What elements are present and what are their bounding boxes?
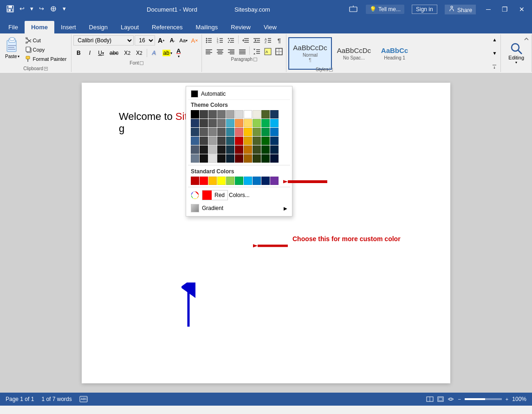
color-swatch[interactable]	[191, 128, 199, 136]
color-swatch[interactable]	[235, 145, 243, 154]
color-swatch[interactable]	[253, 137, 261, 145]
color-swatch[interactable]	[208, 145, 217, 154]
standard-color-swatch[interactable]	[208, 177, 217, 185]
color-swatch[interactable]	[226, 128, 234, 136]
color-swatch[interactable]	[235, 110, 243, 118]
color-swatch[interactable]	[235, 128, 243, 136]
color-swatch[interactable]	[208, 128, 217, 136]
color-swatch[interactable]	[191, 110, 199, 118]
color-swatch[interactable]	[191, 137, 199, 145]
multilevel-list-button[interactable]	[226, 35, 236, 46]
color-swatch[interactable]	[244, 145, 252, 154]
superscript-button[interactable]: X2	[134, 48, 145, 58]
color-swatch[interactable]	[200, 119, 208, 127]
align-right-button[interactable]	[226, 46, 236, 57]
style-heading1[interactable]: AaBbCc Heading 1	[376, 37, 413, 70]
decrease-indent-button[interactable]	[240, 35, 251, 46]
standard-color-swatch[interactable]	[200, 177, 208, 185]
show-formatting-button[interactable]: ¶	[274, 35, 284, 46]
color-swatch[interactable]	[226, 145, 234, 154]
subscript-button[interactable]: X2	[122, 48, 133, 58]
zoom-out-button[interactable]: −	[458, 396, 461, 402]
color-swatch[interactable]	[191, 119, 199, 127]
justify-button[interactable]	[237, 46, 247, 57]
tab-references[interactable]: References	[145, 21, 189, 33]
print-view-icon[interactable]	[437, 396, 444, 402]
tab-layout[interactable]: Layout	[114, 21, 145, 33]
color-swatch[interactable]	[244, 154, 252, 163]
color-swatch[interactable]	[261, 137, 270, 145]
standard-color-swatch[interactable]	[253, 177, 261, 185]
numbered-list-button[interactable]: 1.2.3.	[215, 35, 225, 46]
color-swatch[interactable]	[226, 110, 234, 118]
decrease-font-button[interactable]: A-	[167, 35, 177, 46]
color-swatch[interactable]	[217, 154, 226, 163]
read-view-icon[interactable]	[426, 396, 434, 402]
color-swatch[interactable]	[191, 145, 199, 154]
color-picker-dropdown[interactable]: Automatic Theme Colors	[186, 86, 292, 217]
web-view-icon[interactable]	[448, 396, 454, 402]
color-swatch[interactable]	[208, 119, 217, 127]
text-effects-button[interactable]: A	[149, 48, 159, 58]
color-swatch[interactable]	[191, 154, 199, 163]
font-name-select[interactable]: Calibri (Body)	[73, 35, 134, 46]
color-swatch[interactable]	[217, 145, 226, 154]
tab-view[interactable]: View	[257, 21, 283, 33]
undo-button[interactable]: ↩	[18, 4, 26, 15]
more-quick-access[interactable]: ▾	[61, 4, 68, 15]
color-swatch[interactable]	[270, 128, 279, 136]
color-swatch[interactable]	[217, 110, 226, 118]
clipboard-dialog-icon[interactable]	[44, 67, 48, 71]
standard-color-swatch[interactable]	[270, 177, 279, 185]
sort-button[interactable]: AZ	[263, 35, 273, 46]
color-swatch[interactable]	[235, 137, 243, 145]
color-swatch[interactable]	[253, 128, 261, 136]
color-swatch[interactable]	[200, 145, 208, 154]
zoom-in-button[interactable]: +	[506, 396, 508, 402]
color-swatch[interactable]	[253, 145, 261, 154]
tab-home[interactable]: Home	[25, 21, 54, 33]
color-swatch[interactable]	[253, 119, 261, 127]
style-no-spacing[interactable]: AaBbCcDc No Spac...	[333, 37, 375, 70]
cut-button[interactable]: Cut	[24, 36, 69, 45]
editing-dropdown[interactable]: ▾	[515, 60, 517, 65]
share-button[interactable]: Share	[445, 5, 476, 14]
paste-button[interactable]: Paste ▾	[2, 35, 23, 66]
color-swatch[interactable]	[244, 119, 252, 127]
color-swatch[interactable]	[217, 128, 226, 136]
color-swatch[interactable]	[235, 119, 243, 127]
gradient-option[interactable]: Gradient ▶	[188, 202, 290, 214]
color-swatch[interactable]	[253, 154, 261, 163]
underline-button[interactable]: U▾	[96, 48, 106, 58]
tab-insert[interactable]: Insert	[54, 21, 83, 33]
color-swatch[interactable]	[270, 145, 279, 154]
style-normal[interactable]: AaBbCcDc Normal ¶	[288, 37, 331, 70]
minimize-button[interactable]: ─	[483, 5, 493, 14]
shading-button[interactable]: A	[263, 46, 273, 57]
undo-dropdown[interactable]: ▾	[28, 4, 35, 15]
bold-button[interactable]: B	[73, 48, 84, 58]
text-highlight-button[interactable]: ab ▾	[160, 48, 175, 58]
format-painter-button[interactable]: Format Painter	[24, 55, 69, 63]
tab-file[interactable]: File	[2, 21, 25, 33]
color-swatch[interactable]	[208, 137, 217, 145]
styles-scroll-down[interactable]: ▼	[491, 50, 498, 57]
color-swatch[interactable]	[270, 137, 279, 145]
styles-dialog-icon[interactable]	[329, 68, 333, 72]
color-swatch[interactable]	[217, 137, 226, 145]
color-swatch[interactable]	[261, 145, 270, 154]
color-swatch[interactable]	[208, 110, 217, 118]
font-color-button[interactable]: A ▾	[175, 46, 182, 59]
zoom-slider[interactable]	[465, 398, 502, 400]
redo-button[interactable]: ↪	[37, 4, 46, 15]
change-case-button[interactable]: Aa▾	[178, 35, 188, 46]
color-swatch[interactable]	[244, 137, 252, 145]
borders-button[interactable]	[274, 46, 284, 57]
copy-button[interactable]: Copy	[24, 46, 69, 54]
strikethrough-button[interactable]: abc	[107, 48, 121, 58]
ribbon-collapse-button[interactable]	[523, 35, 530, 44]
standard-color-swatch[interactable]	[235, 177, 243, 185]
color-swatch[interactable]	[270, 110, 279, 118]
increase-indent-button[interactable]	[252, 35, 262, 46]
color-swatch[interactable]	[235, 154, 243, 163]
